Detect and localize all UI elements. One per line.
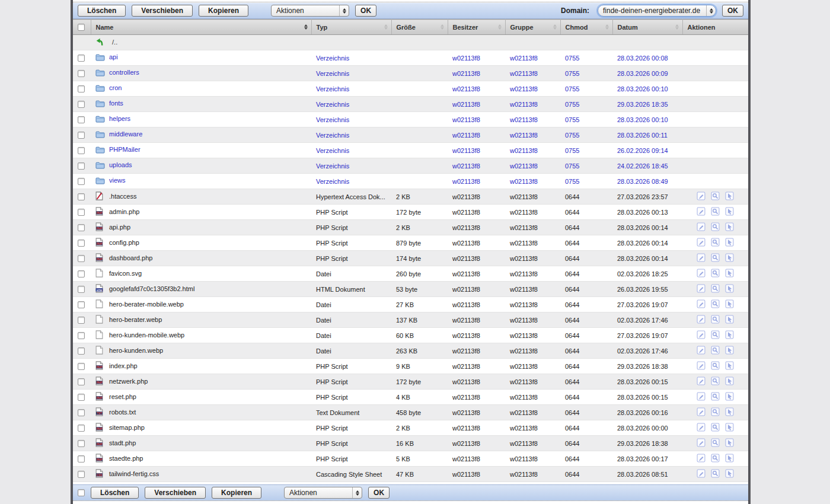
view-file-icon[interactable] <box>711 346 720 356</box>
rename-file-icon[interactable] <box>725 192 734 202</box>
view-file-icon[interactable] <box>711 423 720 433</box>
column-header-name[interactable]: Name <box>91 20 311 35</box>
row-checkbox[interactable] <box>78 116 85 123</box>
row-checkbox[interactable] <box>78 363 85 370</box>
edit-file-icon[interactable] <box>697 222 706 232</box>
edit-file-icon[interactable] <box>697 346 706 356</box>
row-checkbox[interactable] <box>78 240 85 247</box>
row-checkbox[interactable] <box>78 455 85 462</box>
file-name-link[interactable]: PHPMailer <box>109 146 141 153</box>
row-checkbox[interactable] <box>78 70 85 77</box>
column-header-typ[interactable]: Typ <box>311 20 391 35</box>
rename-file-icon[interactable] <box>725 346 734 356</box>
edit-file-icon[interactable] <box>697 469 706 479</box>
rename-file-icon[interactable] <box>725 299 734 310</box>
edit-file-icon[interactable] <box>697 361 706 371</box>
edit-file-icon[interactable] <box>697 284 706 294</box>
file-name-link[interactable]: api <box>109 53 118 60</box>
row-checkbox[interactable] <box>78 101 85 108</box>
rename-file-icon[interactable] <box>725 253 734 263</box>
edit-file-icon[interactable] <box>697 207 706 217</box>
actions-ok-button-bottom[interactable]: OK <box>368 487 390 499</box>
view-file-icon[interactable] <box>711 222 720 232</box>
row-checkbox[interactable] <box>78 347 85 355</box>
edit-file-icon[interactable] <box>697 454 706 464</box>
rename-file-icon[interactable] <box>725 238 734 248</box>
edit-file-icon[interactable] <box>697 330 706 340</box>
rename-file-icon[interactable] <box>725 284 734 294</box>
actions-select-bottom[interactable]: Aktionen <box>284 487 362 499</box>
row-checkbox[interactable] <box>78 440 85 447</box>
column-header-groesse[interactable]: Größe <box>391 20 448 35</box>
view-file-icon[interactable] <box>711 269 720 279</box>
edit-file-icon[interactable] <box>697 377 706 387</box>
edit-file-icon[interactable] <box>697 299 706 310</box>
edit-file-icon[interactable] <box>697 192 706 202</box>
edit-file-icon[interactable] <box>697 315 706 325</box>
delete-button[interactable]: Löschen <box>78 5 126 17</box>
file-name-link[interactable]: views <box>109 177 126 184</box>
file-name-link[interactable]: cron <box>109 84 122 91</box>
sort-arrows-icon[interactable] <box>498 24 502 30</box>
rename-file-icon[interactable] <box>725 469 734 479</box>
view-file-icon[interactable] <box>711 407 720 417</box>
row-checkbox[interactable] <box>78 378 85 385</box>
row-checkbox[interactable] <box>78 425 85 432</box>
sort-arrows-icon[interactable] <box>553 24 557 30</box>
view-file-icon[interactable] <box>711 315 720 325</box>
sort-arrows-icon[interactable] <box>440 24 444 30</box>
domain-select[interactable]: finde-deinen-energieberater.de <box>598 5 716 17</box>
view-file-icon[interactable] <box>711 299 720 310</box>
view-file-icon[interactable] <box>711 207 720 217</box>
select-all-checkbox-bottom[interactable] <box>78 489 85 496</box>
actions-ok-button[interactable]: OK <box>355 5 376 17</box>
rename-file-icon[interactable] <box>725 315 734 325</box>
actions-select[interactable]: Aktionen <box>271 5 349 17</box>
rename-file-icon[interactable] <box>725 392 734 402</box>
row-checkbox[interactable] <box>78 147 85 154</box>
row-checkbox[interactable] <box>78 394 85 401</box>
edit-file-icon[interactable] <box>697 253 706 263</box>
row-checkbox[interactable] <box>78 301 85 308</box>
file-name-link[interactable]: uploads <box>109 161 132 168</box>
row-checkbox[interactable] <box>78 471 85 478</box>
sort-arrows-icon[interactable] <box>605 24 609 30</box>
select-all-checkbox[interactable] <box>78 24 85 31</box>
row-checkbox[interactable] <box>78 224 85 231</box>
view-file-icon[interactable] <box>711 392 720 402</box>
edit-file-icon[interactable] <box>697 407 706 417</box>
row-checkbox[interactable] <box>78 286 85 293</box>
row-checkbox[interactable] <box>78 85 85 92</box>
rename-file-icon[interactable] <box>725 207 734 217</box>
move-button[interactable]: Verschieben <box>132 5 193 17</box>
row-checkbox[interactable] <box>78 409 85 416</box>
row-checkbox[interactable] <box>78 132 85 139</box>
column-header-datum[interactable]: Datum <box>612 20 682 35</box>
rename-file-icon[interactable] <box>725 407 734 417</box>
row-checkbox[interactable] <box>78 255 85 262</box>
view-file-icon[interactable] <box>711 438 720 448</box>
rename-file-icon[interactable] <box>725 438 734 448</box>
file-name-link[interactable]: fonts <box>109 100 123 107</box>
view-file-icon[interactable] <box>711 361 720 371</box>
edit-file-icon[interactable] <box>697 438 706 448</box>
rename-file-icon[interactable] <box>725 454 734 464</box>
move-button-bottom[interactable]: Verschieben <box>145 487 206 499</box>
row-checkbox[interactable] <box>78 162 85 170</box>
view-file-icon[interactable] <box>711 330 720 340</box>
row-checkbox[interactable] <box>78 209 85 216</box>
column-header-gruppe[interactable]: Gruppe <box>505 20 560 35</box>
view-file-icon[interactable] <box>711 284 720 294</box>
file-name-link[interactable]: middleware <box>109 130 142 138</box>
delete-button-bottom[interactable]: Löschen <box>91 487 139 499</box>
rename-file-icon[interactable] <box>725 377 734 387</box>
rename-file-icon[interactable] <box>725 222 734 232</box>
edit-file-icon[interactable] <box>697 238 706 248</box>
rename-file-icon[interactable] <box>725 330 734 340</box>
row-checkbox[interactable] <box>78 317 85 324</box>
rename-file-icon[interactable] <box>725 423 734 433</box>
copy-button-bottom[interactable]: Kopieren <box>212 487 261 499</box>
edit-file-icon[interactable] <box>697 392 706 402</box>
column-header-chmod[interactable]: Chmod <box>560 20 612 35</box>
rename-file-icon[interactable] <box>725 361 734 371</box>
